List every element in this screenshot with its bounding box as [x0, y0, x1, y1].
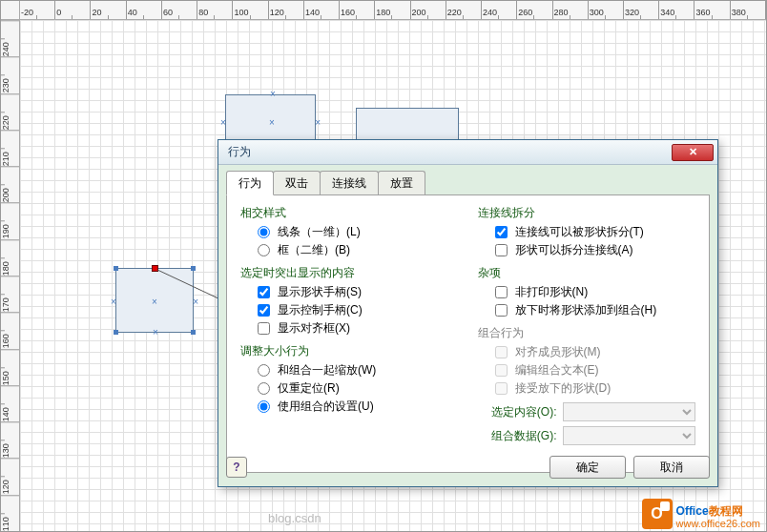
help-button[interactable]: ? [226, 457, 247, 478]
dialog-titlebar[interactable]: 行为 ✕ [218, 140, 717, 165]
radio-reposition-only[interactable] [258, 382, 270, 395]
check-align-box[interactable] [258, 322, 270, 335]
check-accept-dropped-shapes [495, 382, 508, 395]
watermark-text: blog.csdn [268, 511, 321, 525]
check-connector-splittable[interactable] [495, 226, 508, 238]
tab-doubleclick[interactable]: 双击 [273, 171, 321, 194]
radio-line-1d[interactable] [258, 226, 270, 238]
select-group-data [563, 426, 696, 445]
group-legend: 选定时突出显示的内容 [240, 263, 355, 283]
group-legend: 组合行为 [478, 323, 524, 343]
label-selection: 选定内容(O): [486, 404, 557, 420]
group-group-behavior: 组合行为 对齐成员形状(M) 编辑组合文本(E) 接受放下的形状(D) 选定内容… [478, 323, 696, 445]
brand-url: www.office26.com [676, 518, 760, 529]
check-shape-splits-connector[interactable] [495, 244, 508, 256]
radio-use-group-setting[interactable] [258, 400, 270, 413]
group-interaction-style: 相交样式 线条（一维）(L) 框（二维）(B) [240, 203, 459, 259]
check-non-printing[interactable] [495, 286, 508, 298]
cancel-button[interactable]: 取消 [633, 456, 710, 479]
group-legend: 杂项 [478, 263, 501, 283]
group-connector-split: 连接线拆分 连接线可以被形状拆分(T) 形状可以拆分连接线(A) [478, 203, 696, 259]
horizontal-ruler: -200204060801001201401601802002202402602… [20, 1, 766, 20]
radio-box-2d[interactable] [258, 244, 270, 256]
svg-line-0 [157, 270, 220, 299]
group-resize-behavior: 调整大小行为 和组合一起缩放(W) 仅重定位(R) 使用组合的设置(U) [240, 341, 459, 416]
office-icon: O [642, 499, 673, 529]
tab-placement[interactable]: 放置 [378, 171, 425, 194]
dialog-panel: 相交样式 线条（一维）(L) 框（二维）(B) 选定时突出显示的内容 显示形状手… [226, 194, 710, 473]
ok-button[interactable]: 确定 [549, 456, 626, 479]
close-button[interactable]: ✕ [672, 144, 714, 161]
branding-logo: O Office教程网 www.office26.com [642, 499, 760, 529]
dialog-title: 行为 [228, 144, 672, 160]
check-add-to-group-on-drop[interactable] [495, 304, 508, 317]
tab-connector[interactable]: 连接线 [320, 171, 379, 194]
tab-behavior[interactable]: 行为 [226, 171, 274, 195]
ruler-corner [1, 1, 20, 20]
dialog-footer: ? 确定 取消 [226, 456, 710, 479]
group-selection-highlight: 选定时突出显示的内容 显示形状手柄(S) 显示控制手柄(C) 显示对齐框(X) [240, 263, 459, 338]
group-legend: 连接线拆分 [478, 203, 535, 223]
group-legend: 调整大小行为 [240, 341, 309, 361]
vertical-ruler: 2402302202102001901801701601501401301201… [1, 20, 20, 531]
check-edit-group-text [495, 364, 508, 377]
behavior-dialog: 行为 ✕ 行为 双击 连接线 放置 相交样式 线条（一维）(L) 框（二维）(B… [218, 139, 718, 487]
label-group-data: 组合数据(G): [486, 428, 557, 444]
group-misc: 杂项 非打印形状(N) 放下时将形状添加到组合(H) [478, 263, 696, 319]
group-legend: 相交样式 [240, 203, 286, 223]
brand-name: Office教程网 [676, 500, 743, 519]
check-control-handles[interactable] [258, 304, 270, 317]
select-selection [563, 402, 696, 421]
check-shape-handles[interactable] [258, 286, 270, 298]
dialog-tabs: 行为 双击 连接线 放置 [218, 165, 717, 194]
check-snap-members [495, 346, 508, 358]
radio-scale-with-group[interactable] [258, 364, 270, 377]
connector-line[interactable] [155, 266, 222, 304]
